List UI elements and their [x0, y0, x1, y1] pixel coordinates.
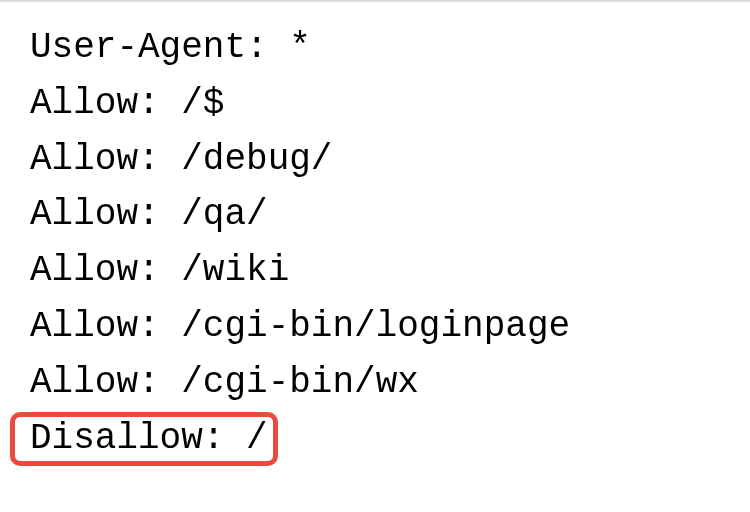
top-border-line [0, 0, 750, 3]
robots-line: Allow: /$ [30, 76, 720, 132]
robots-line: User-Agent: * [30, 20, 720, 76]
robots-txt-content: User-Agent: * Allow: /$ Allow: /debug/ A… [30, 20, 720, 466]
robots-line: Allow: /cgi-bin/loginpage [30, 299, 720, 355]
robots-line: Allow: /qa/ [30, 187, 720, 243]
robots-line: Allow: /debug/ [30, 132, 720, 188]
robots-line: Disallow: / [30, 411, 720, 467]
robots-line: Allow: /cgi-bin/wx [30, 355, 720, 411]
robots-line: Allow: /wiki [30, 243, 720, 299]
